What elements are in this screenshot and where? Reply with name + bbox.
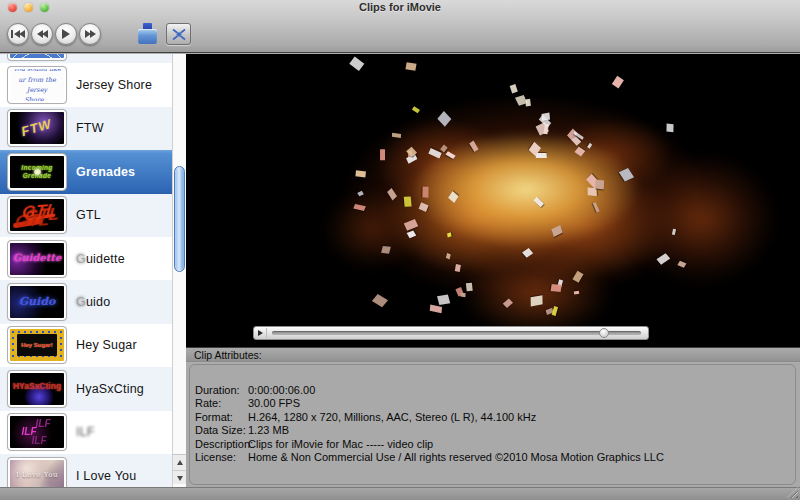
attribute-label: Description:	[195, 438, 248, 451]
clip-label: ILF	[76, 425, 95, 439]
scrubber-knob[interactable]	[599, 328, 609, 338]
fast-forward-button[interactable]	[79, 23, 101, 45]
clip-thumbnail: FTW	[8, 110, 66, 146]
clip-label: GTL	[76, 208, 101, 222]
attribute-row: Rate: 30.00 FPS	[195, 397, 664, 410]
attribute-value: 30.00 FPS	[248, 397, 300, 410]
skip-to-start-icon	[11, 30, 13, 38]
attribute-label: Data Size:	[195, 424, 248, 437]
clip-label: Hey Sugar	[76, 338, 137, 352]
scrubber-play-icon[interactable]	[258, 330, 263, 336]
attribute-label: License:	[195, 451, 248, 464]
toolbar	[0, 15, 800, 53]
skip-to-start-button[interactable]	[7, 23, 29, 45]
attribute-value: Home & Non Commercial Use / All rights r…	[248, 451, 664, 464]
scrubber-track[interactable]	[272, 331, 641, 335]
rewind-button[interactable]	[31, 23, 53, 45]
thumbnail-text: HYaSxCting	[13, 381, 61, 392]
clip-thumbnail: Hey Sugar!	[8, 327, 66, 363]
playback-scrubber[interactable]	[253, 326, 649, 340]
titlebar[interactable]: Clips for iMovie	[0, 0, 800, 15]
thumbnail-text: I Love You	[16, 471, 58, 480]
window-bottom-edge	[0, 487, 800, 500]
list-item[interactable]: You sound like ur from the Jersey Shore.…	[0, 63, 172, 106]
clip-thumbnail: HYaSxCting	[8, 371, 66, 407]
thumbnail-text: Incoming Grenade	[10, 164, 64, 180]
list-item[interactable]: Incoming Grenade Grenades	[0, 150, 172, 193]
clip-label: Grenades	[76, 165, 135, 179]
thumbnail-text: ILF	[22, 426, 37, 439]
sidebar-scrollbar[interactable]	[172, 54, 186, 487]
clip-list: You sound like ur from the Jersey Shore.…	[0, 54, 172, 487]
thumbnail-text: FTW	[20, 116, 54, 140]
clip-label: Guido	[76, 295, 110, 309]
list-item[interactable]: ILF ILF	[0, 411, 172, 454]
scrollbar-thumb[interactable]	[174, 166, 185, 272]
clip-thumbnail: You sound like ur from the Jersey Shore.…	[8, 67, 66, 103]
thumbnail-text: You sound like ur from the Jersey Shore.…	[10, 67, 64, 103]
attribute-row: Description: Clips for iMovie for Mac --…	[195, 438, 664, 451]
window-title: Clips for iMovie	[0, 1, 800, 13]
clip-thumbnail	[8, 54, 66, 60]
scroll-up-icon	[177, 460, 183, 465]
fullscreen-button[interactable]	[166, 23, 191, 45]
fullscreen-icon	[171, 28, 187, 41]
video-preview	[186, 54, 800, 347]
window-chrome: Clips for iMovie	[0, 0, 800, 53]
attribute-row: License: Home & Non Commercial Use / All…	[195, 451, 664, 464]
clip-label: FTW	[76, 121, 104, 135]
explosion-debris	[186, 54, 800, 347]
list-item[interactable]: FTW FTW	[0, 107, 172, 150]
list-item[interactable]: Guido Guido	[0, 280, 172, 323]
list-item[interactable]: GTL GTL	[0, 194, 172, 237]
attribute-value: Clips for iMovie for Mac ----- video cli…	[248, 438, 433, 451]
attribute-label: Rate:	[195, 397, 248, 410]
clip-thumbnail: GTL	[8, 197, 66, 233]
list-item[interactable]: Guidette Guidette	[0, 237, 172, 280]
attributes-table: Duration: 0:00:00:06.00 Rate: 30.00 FPS …	[195, 384, 664, 464]
list-item[interactable]: Hey Sugar! Hey Sugar	[0, 324, 172, 367]
resize-grip[interactable]	[787, 487, 798, 498]
attribute-value: 0:00:00:06.00	[248, 384, 315, 397]
scroll-down-button[interactable]	[173, 470, 186, 485]
clip-thumbnail: I Love You	[8, 458, 66, 487]
attribute-label: Format:	[195, 411, 248, 424]
scroll-down-icon	[177, 476, 183, 481]
thumbnail-text: Guidette	[13, 252, 62, 265]
play-icon	[62, 29, 70, 39]
clip-thumbnail: Incoming Grenade	[8, 154, 66, 190]
attribute-value: 1.23 MB	[248, 424, 289, 437]
list-item[interactable]: HYaSxCting HyaSxCting	[0, 367, 172, 410]
thumbnail-text: Hey Sugar!	[21, 342, 53, 350]
attribute-row: Format: H.264, 1280 x 720, Millions, AAC…	[195, 411, 664, 424]
attribute-row: Data Size: 1.23 MB	[195, 424, 664, 437]
clip-thumbnail: ILF	[8, 414, 66, 450]
app-window: Clips for iMovie	[0, 0, 800, 500]
clip-label: HyaSxCting	[76, 382, 144, 396]
clip-label: Jersey Shore	[76, 78, 152, 92]
play-button[interactable]	[55, 23, 77, 45]
clip-thumbnail: Guido	[8, 284, 66, 320]
list-item[interactable]: I Love You I Love You	[0, 454, 172, 487]
clip-label: I Love You	[76, 469, 136, 483]
clip-label: Guidette	[76, 252, 125, 266]
list-item[interactable]	[0, 54, 172, 63]
clip-attributes-panel: Duration: 0:00:00:06.00 Rate: 30.00 FPS …	[186, 363, 800, 487]
clip-attributes-header: Clip Attributes:	[186, 347, 800, 362]
export-to-imovie-button[interactable]	[137, 22, 159, 46]
attribute-label: Duration:	[195, 384, 248, 397]
attribute-value: H.264, 1280 x 720, Millions, AAC, Stereo…	[248, 411, 536, 424]
clip-thumbnail: Guidette	[8, 241, 66, 277]
scroll-up-button[interactable]	[173, 455, 186, 470]
clip-sidebar: You sound like ur from the Jersey Shore.…	[0, 54, 186, 487]
attribute-row: Duration: 0:00:00:06.00	[195, 384, 664, 397]
thumbnail-text: GTL	[21, 199, 58, 223]
thumbnail-text: Guido	[19, 295, 56, 309]
